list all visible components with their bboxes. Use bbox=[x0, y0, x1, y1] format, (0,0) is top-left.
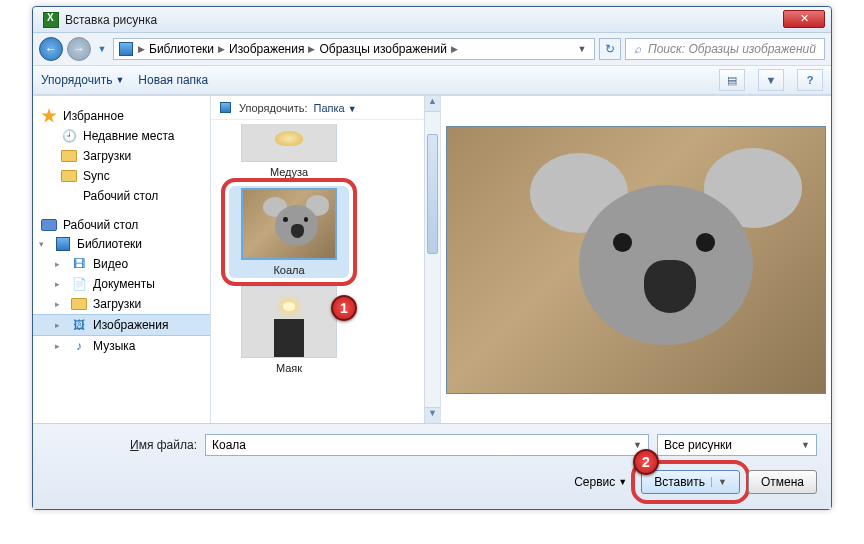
address-row: ← → ▼ ▶ Библиотеки ▶ Изображения ▶ Образ… bbox=[33, 33, 831, 65]
favorites-label: Избранное bbox=[63, 109, 124, 123]
chevron-right-icon: ▶ bbox=[306, 44, 317, 54]
insert-button[interactable]: Вставить ▼ bbox=[641, 470, 740, 494]
sidebar-item-video[interactable]: ▸🎞Видео bbox=[33, 254, 210, 274]
filename-label: ИИмя файла:мя файла: bbox=[47, 438, 197, 452]
desktop-icon bbox=[41, 219, 57, 231]
thumbnail-item[interactable]: Маяк bbox=[229, 286, 349, 374]
close-button[interactable]: ✕ bbox=[783, 10, 825, 28]
image-icon: 🖼 bbox=[71, 317, 87, 333]
new-folder-button[interactable]: Новая папка bbox=[138, 73, 208, 87]
scroll-up-button[interactable]: ▲ bbox=[425, 96, 440, 112]
arrange-mode-dropdown[interactable]: Папка ▼ bbox=[314, 102, 357, 114]
insert-dropdown[interactable]: ▼ bbox=[711, 477, 727, 487]
sidebar-item-recent[interactable]: 🕘Недавние места bbox=[33, 126, 210, 146]
search-icon: ⌕ bbox=[630, 42, 644, 56]
scroll-thumb[interactable] bbox=[427, 134, 438, 254]
sidebar-item-documents[interactable]: ▸📄Документы bbox=[33, 274, 210, 294]
preview-pane bbox=[441, 96, 831, 423]
view-dropdown-button[interactable]: ▼ bbox=[758, 69, 784, 91]
nav-forward-button[interactable]: → bbox=[67, 37, 91, 61]
scroll-track[interactable] bbox=[425, 112, 440, 407]
nav-history-dropdown[interactable]: ▼ bbox=[95, 37, 109, 61]
folder-icon bbox=[61, 148, 77, 164]
desktop-icon bbox=[61, 188, 77, 204]
desktop-label: Рабочий стол bbox=[63, 218, 138, 232]
expand-icon[interactable]: ▸ bbox=[55, 320, 60, 330]
thumbnail-caption: Маяк bbox=[229, 362, 349, 374]
thumbnail-item-selected[interactable]: Коала bbox=[229, 186, 349, 278]
organize-button[interactable]: Упорядочить▼ bbox=[41, 73, 124, 87]
sidebar-item-downloads2[interactable]: ▸Загрузки bbox=[33, 294, 210, 314]
view-mode-button[interactable]: ▤ bbox=[719, 69, 745, 91]
thumbnail-caption: Медуза bbox=[229, 166, 349, 178]
help-button[interactable]: ? bbox=[797, 69, 823, 91]
vertical-scrollbar[interactable]: ▲ ▼ bbox=[424, 96, 440, 423]
tools-dropdown[interactable]: Сервис▼ bbox=[574, 475, 627, 489]
thumbnail-image bbox=[241, 188, 337, 260]
chevron-down-icon[interactable]: ▼ bbox=[633, 440, 642, 450]
toolbar: Упорядочить▼ Новая папка ▤ ▼ ? bbox=[33, 65, 831, 95]
music-icon: ♪ bbox=[71, 338, 87, 354]
thumbnail-pane: Упорядочить: Папка ▼ Медуза Коала Маяк bbox=[211, 96, 441, 423]
breadcrumb[interactable]: Образцы изображений bbox=[319, 42, 446, 56]
chevron-right-icon: ▶ bbox=[449, 44, 460, 54]
search-placeholder: Поиск: Образцы изображений bbox=[648, 42, 816, 56]
breadcrumb[interactable]: Библиотеки bbox=[149, 42, 214, 56]
bottom-panel: ИИмя файла:мя файла: Коала▼ Все рисунки▼… bbox=[33, 423, 831, 509]
preview-image bbox=[446, 126, 826, 394]
sidebar-item-libraries[interactable]: ▾Библиотеки bbox=[33, 234, 210, 254]
search-input[interactable]: ⌕ Поиск: Образцы изображений bbox=[625, 38, 825, 60]
excel-icon bbox=[43, 12, 59, 28]
annotation-badge-2: 2 bbox=[633, 449, 659, 475]
expand-icon[interactable]: ▸ bbox=[55, 279, 60, 289]
annotation-badge-1: 1 bbox=[331, 295, 357, 321]
address-bar[interactable]: ▶ Библиотеки ▶ Изображения ▶ Образцы изо… bbox=[113, 38, 595, 60]
thumbnail-item[interactable]: Медуза bbox=[229, 124, 349, 178]
titlebar: Вставка рисунка ✕ bbox=[33, 7, 831, 33]
sidebar-item-sync[interactable]: Sync bbox=[33, 166, 210, 186]
chevron-right-icon: ▶ bbox=[216, 44, 227, 54]
cancel-button[interactable]: Отмена bbox=[748, 470, 817, 494]
expand-icon[interactable]: ▸ bbox=[55, 341, 60, 351]
recent-icon: 🕘 bbox=[61, 128, 77, 144]
thumbnail-list: Медуза Коала Маяк bbox=[211, 120, 440, 423]
scroll-down-button[interactable]: ▼ bbox=[425, 407, 440, 423]
arrange-label: Упорядочить: bbox=[239, 102, 308, 114]
content-subtoolbar: Упорядочить: Папка ▼ bbox=[211, 96, 440, 120]
folder-icon bbox=[71, 296, 87, 312]
thumbnail-image bbox=[241, 286, 337, 358]
desktop-group[interactable]: Рабочий стол bbox=[33, 216, 210, 234]
navigation-pane: Избранное 🕘Недавние места Загрузки Sync … bbox=[33, 96, 211, 423]
video-icon: 🎞 bbox=[71, 256, 87, 272]
expand-icon[interactable]: ▸ bbox=[55, 259, 60, 269]
favorites-group[interactable]: Избранное bbox=[33, 106, 210, 126]
breadcrumb[interactable]: Изображения bbox=[229, 42, 304, 56]
library-icon bbox=[217, 100, 233, 116]
document-icon: 📄 bbox=[71, 276, 87, 292]
nav-back-button[interactable]: ← bbox=[39, 37, 63, 61]
collapse-icon[interactable]: ▾ bbox=[39, 239, 44, 249]
sidebar-item-downloads[interactable]: Загрузки bbox=[33, 146, 210, 166]
library-icon bbox=[55, 236, 71, 252]
thumbnail-image bbox=[241, 124, 337, 162]
dialog-body: Избранное 🕘Недавние места Загрузки Sync … bbox=[33, 95, 831, 423]
file-type-filter[interactable]: Все рисунки▼ bbox=[657, 434, 817, 456]
refresh-button[interactable]: ↻ bbox=[599, 38, 621, 60]
expand-icon[interactable]: ▸ bbox=[55, 299, 60, 309]
filename-input[interactable]: Коала▼ bbox=[205, 434, 649, 456]
insert-picture-dialog: Вставка рисунка ✕ ← → ▼ ▶ Библиотеки ▶ И… bbox=[32, 6, 832, 510]
library-icon bbox=[118, 41, 134, 57]
star-icon bbox=[41, 108, 57, 124]
chevron-down-icon: ▼ bbox=[801, 440, 810, 450]
address-dropdown[interactable]: ▼ bbox=[574, 44, 590, 54]
sidebar-item-desktop[interactable]: Рабочий стол bbox=[33, 186, 210, 206]
window-title: Вставка рисунка bbox=[65, 13, 157, 27]
sidebar-item-music[interactable]: ▸♪Музыка bbox=[33, 336, 210, 356]
sidebar-item-images[interactable]: ▸🖼Изображения bbox=[33, 314, 210, 336]
thumbnail-caption: Коала bbox=[231, 264, 347, 276]
folder-icon bbox=[61, 168, 77, 184]
chevron-right-icon: ▶ bbox=[136, 44, 147, 54]
